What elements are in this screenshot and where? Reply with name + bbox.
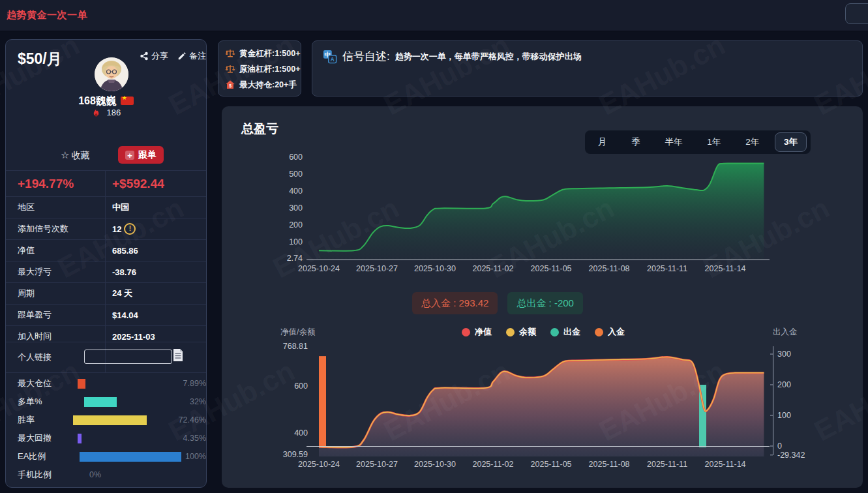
stat-value: -38.76 [112, 267, 136, 277]
metric-bar [80, 452, 181, 462]
svg-text:100: 100 [777, 411, 791, 420]
stat-row: 净值685.86 [6, 239, 206, 261]
svg-text:200: 200 [777, 380, 791, 389]
avatar [95, 57, 128, 91]
legend-dot [595, 328, 603, 336]
follow-label: 跟单 [138, 149, 157, 161]
star-icon: ☆ [61, 149, 69, 160]
share-icon [140, 52, 149, 61]
pencil-icon [177, 52, 187, 61]
plus-icon: ＋ [125, 151, 134, 160]
document-icon[interactable] [173, 349, 183, 363]
metric-bar [78, 379, 85, 389]
metric-label: 胜率 [6, 414, 73, 426]
leverage-item: 原油杠杆:1:500+ [225, 61, 301, 77]
svg-text:2025-11-14: 2025-11-14 [705, 460, 746, 469]
legend-item-余额[interactable]: 余额 [506, 326, 536, 338]
personal-link-label: 个人链接 [18, 351, 52, 363]
svg-text:A: A [331, 56, 335, 62]
share-button[interactable]: 分享 [140, 50, 168, 62]
stat-row: 跟单盈亏$14.04 [6, 304, 206, 325]
legend-item-净值[interactable]: 净值 [462, 326, 492, 338]
metric-value: 100% [185, 452, 206, 461]
svg-text:2025-11-08: 2025-11-08 [589, 460, 630, 469]
personal-link-input[interactable] [84, 350, 172, 364]
profit-panel: 总盈亏 月季半年1年2年3年 6005004003002001002.74202… [222, 106, 863, 488]
stat-label: 地区 [6, 202, 105, 213]
svg-text:2025-11-11: 2025-11-11 [647, 264, 687, 273]
leverage-item: $最大持仓:20+手 [225, 77, 301, 93]
legend-item-入金[interactable]: 入金 [595, 326, 625, 338]
svg-text:2025-11-02: 2025-11-02 [473, 460, 514, 469]
heat-row: 186 [6, 108, 206, 117]
stat-value: 685.86 [112, 246, 138, 256]
leverage-info-box: 黄金杠杆:1:500+原油杠杆:1:500+$最大持仓:20+手 [218, 40, 301, 97]
total-out-badge: 总出金 : -200 [507, 292, 583, 314]
right-axis-title: 出入金 [773, 327, 798, 338]
stat-label: 净值 [6, 245, 105, 256]
topbar-corner-button[interactable] [845, 3, 868, 24]
legend-item-出金[interactable]: 出金 [550, 326, 580, 338]
top-bar: 趋势黄金一次一单 [0, 0, 868, 31]
metric-bar-row: 最大回撤4.35% [6, 429, 206, 447]
svg-text:2025-11-14: 2025-11-14 [705, 264, 746, 273]
scales-icon [225, 64, 235, 74]
metric-bar-row: 胜率72.46% [6, 411, 206, 429]
favorite-label: 收藏 [71, 150, 89, 160]
svg-text:768.81: 768.81 [283, 342, 308, 351]
flame-icon [91, 108, 101, 117]
stats-table: +194.77% +$592.44 地区中国添加信号次数12!净值685.86最… [6, 170, 206, 347]
svg-text:$: $ [229, 83, 232, 89]
metric-label: 最大回撤 [6, 432, 78, 444]
svg-text:309.59: 309.59 [283, 450, 308, 459]
share-label: 分享 [151, 50, 168, 62]
svg-text:2025-11-08: 2025-11-08 [589, 264, 630, 273]
metric-label: 最大仓位 [6, 378, 78, 389]
chart-legend: 净值余额出金入金 [462, 326, 625, 338]
stat-row: 添加信号次数12! [6, 218, 206, 239]
svg-text:2025-10-30: 2025-10-30 [414, 264, 456, 273]
leverage-item: 黄金杠杆:1:500+ [225, 46, 301, 61]
svg-text:2025-10-24: 2025-10-24 [298, 264, 340, 273]
svg-text:500: 500 [289, 170, 303, 179]
totals-badges: 总入金 : 293.42 总出金 : -200 [412, 292, 583, 314]
metric-bar-row: 多单%32% [6, 393, 206, 411]
metric-bar-row: 手机比例0% [6, 466, 206, 484]
stat-label: 最大浮亏 [6, 266, 105, 278]
metric-value: 32% [190, 397, 206, 406]
svg-text:2025-11-05: 2025-11-05 [531, 460, 572, 469]
svg-text:200: 200 [289, 220, 303, 230]
svg-text:-29.342: -29.342 [777, 451, 805, 460]
signal-desc-text: 趋势一次一单，每单带严格风控，带移动保护出场 [395, 51, 582, 63]
warning-icon[interactable]: ! [124, 223, 136, 235]
metric-bar [78, 434, 82, 443]
house-dollar-icon: $ [225, 80, 235, 90]
heat-count: 186 [106, 108, 121, 117]
profit-usd: +$592.44 [105, 171, 206, 196]
follow-button[interactable]: ＋跟单 [118, 146, 164, 164]
return-percent: +194.77% [6, 177, 105, 191]
svg-text:2025-10-24: 2025-10-24 [298, 460, 340, 469]
note-label: 备注 [189, 50, 206, 62]
stat-value: $14.04 [112, 310, 138, 320]
metric-bars: 最大仓位7.89%多单%32%胜率72.46%最大回撤4.35%EA比例100%… [6, 374, 206, 484]
stat-row: 周期24 天 [6, 282, 206, 304]
trader-name-row: 168魏巍 [6, 95, 206, 108]
leverage-text: 最大持仓:20+手 [239, 80, 297, 91]
note-button[interactable]: 备注 [177, 50, 206, 62]
svg-text:2025-11-02: 2025-11-02 [473, 264, 514, 273]
stat-label: 添加信号次数 [6, 223, 105, 235]
favorite-button[interactable]: ☆收藏 [61, 149, 89, 162]
stat-row: 地区中国 [6, 196, 206, 218]
svg-text:400: 400 [289, 187, 303, 196]
stat-value: 24 天 [112, 288, 132, 299]
svg-text:300: 300 [777, 350, 791, 359]
subscription-price: $50/月 [18, 49, 62, 69]
total-in-badge: 总入金 : 293.42 [412, 292, 498, 314]
personal-link-row: 个人链接 [6, 342, 206, 373]
metric-bar [84, 397, 117, 407]
stat-value: 中国 [112, 202, 129, 213]
svg-text:400: 400 [294, 428, 308, 438]
translate-icon: 中 A [323, 50, 337, 64]
svg-text:0: 0 [777, 441, 782, 451]
